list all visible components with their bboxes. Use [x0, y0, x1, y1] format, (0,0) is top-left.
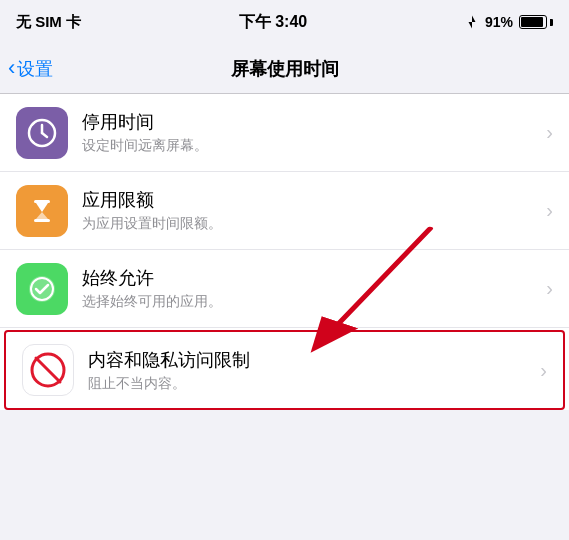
status-bar: 无 SIM 卡 下午 3:40 91%	[0, 0, 569, 44]
item-subtitle: 选择始终可用的应用。	[82, 293, 538, 311]
back-label: 设置	[17, 57, 53, 81]
item-content: 始终允许 选择始终可用的应用。	[82, 266, 538, 311]
battery-icon	[519, 15, 553, 29]
status-no-sim: 无 SIM 卡	[16, 13, 81, 32]
svg-rect-3	[34, 200, 50, 203]
chevron-icon: ›	[546, 199, 553, 222]
item-icon-downtime	[16, 107, 68, 159]
checkmark-icon	[25, 272, 59, 306]
chevron-icon: ›	[546, 277, 553, 300]
item-icon-contentprivacy	[22, 344, 74, 396]
item-title: 内容和隐私访问限制	[88, 348, 532, 372]
location-icon	[465, 15, 479, 29]
item-subtitle: 设定时间远离屏幕。	[82, 137, 538, 155]
svg-point-5	[29, 276, 55, 302]
back-button[interactable]: ‹ 设置	[8, 57, 53, 81]
item-subtitle: 为应用设置时间限额。	[82, 215, 538, 233]
item-content: 停用时间 设定时间远离屏幕。	[82, 110, 538, 155]
status-right-group: 91%	[465, 14, 553, 30]
item-subtitle: 阻止不当内容。	[88, 375, 532, 393]
hourglass-icon	[26, 195, 58, 227]
item-icon-alwaysallowed	[16, 263, 68, 315]
list-item-content-privacy[interactable]: 内容和隐私访问限制 阻止不当内容。 ›	[4, 330, 565, 410]
back-chevron-icon: ‹	[8, 57, 15, 79]
svg-line-2	[42, 133, 47, 137]
list-item[interactable]: 停用时间 设定时间远离屏幕。 ›	[0, 94, 569, 172]
clock-icon	[26, 117, 58, 149]
status-time: 下午 3:40	[239, 12, 307, 33]
item-title: 停用时间	[82, 110, 538, 134]
list-item[interactable]: 始终允许 选择始终可用的应用。 ›	[0, 250, 569, 328]
nav-bar: ‹ 设置 屏幕使用时间	[0, 44, 569, 94]
item-icon-applimits	[16, 185, 68, 237]
item-title: 始终允许	[82, 266, 538, 290]
list-item[interactable]: 应用限额 为应用设置时间限额。 ›	[0, 172, 569, 250]
settings-list: 停用时间 设定时间远离屏幕。 › 应用限额 为应用设置时间限额。 ›	[0, 94, 569, 410]
svg-rect-4	[34, 219, 50, 222]
item-title: 应用限额	[82, 188, 538, 212]
item-content: 内容和隐私访问限制 阻止不当内容。	[88, 348, 532, 393]
chevron-icon: ›	[540, 359, 547, 382]
battery-percent: 91%	[485, 14, 513, 30]
restricted-icon	[28, 350, 68, 390]
chevron-icon: ›	[546, 121, 553, 144]
page-title: 屏幕使用时间	[231, 57, 339, 81]
item-content: 应用限额 为应用设置时间限额。	[82, 188, 538, 233]
